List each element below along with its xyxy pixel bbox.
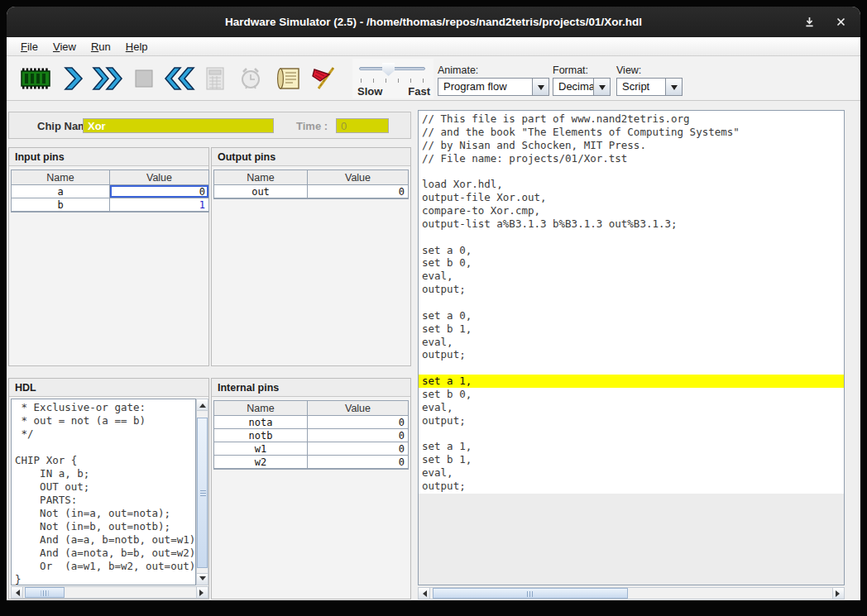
code-line <box>419 231 844 244</box>
code-line: eval, <box>419 466 844 480</box>
code-line: load Xor.hdl, <box>419 178 844 191</box>
pin-row: out0 <box>214 185 408 198</box>
scrollbar-track[interactable] <box>23 587 196 598</box>
close-icon[interactable] <box>834 16 847 29</box>
chevron-down-icon[interactable] <box>532 79 548 95</box>
view-select[interactable]: Script <box>616 78 683 96</box>
pin-value-cell[interactable]: 0 <box>308 429 408 442</box>
code-line: compare-to Xor.cmp, <box>419 204 844 217</box>
code-line: } <box>12 573 195 585</box>
format-select[interactable]: Decimal <box>553 78 611 96</box>
load-chip-button[interactable] <box>17 62 54 95</box>
slow-label: Slow <box>357 85 382 98</box>
code-line <box>419 427 844 441</box>
time-label: Time : <box>296 120 328 132</box>
pin-value-cell[interactable]: 0 <box>308 185 408 198</box>
single-step-icon <box>63 66 84 91</box>
view-group: View: Script <box>616 64 683 96</box>
output-pins-table: Name Value out0 <box>213 170 409 199</box>
code-line <box>419 361 844 375</box>
code-line: // File name: projects/01/Xor.tst <box>419 152 844 165</box>
calculator-button[interactable] <box>197 62 233 95</box>
code-line: // and the book "The Elements of Computi… <box>419 126 844 139</box>
code-line: output; <box>419 283 844 296</box>
menu-run[interactable]: Run <box>84 39 118 55</box>
format-group: Format: Decimal <box>553 64 611 96</box>
clock-icon <box>238 66 263 91</box>
script-panel: // This file is part of www.nand2tetris.… <box>418 110 845 599</box>
view-label: View: <box>616 64 683 76</box>
pin-name-cell: notb <box>214 429 308 442</box>
code-line: Not (in=b, out=notb); <box>12 520 195 533</box>
chip-name-field[interactable]: Xor <box>83 118 274 133</box>
code-line: set b 1, <box>419 322 844 336</box>
download-icon[interactable] <box>802 16 816 29</box>
name-column-header: Name <box>12 170 110 184</box>
single-step-button[interactable] <box>55 62 92 95</box>
pin-value-cell[interactable]: 0 <box>308 416 408 428</box>
code-line: output; <box>419 480 844 493</box>
stop-button[interactable] <box>126 62 162 95</box>
value-column-header: Value <box>110 170 208 184</box>
pin-name-cell: w2 <box>214 456 308 468</box>
animate-select[interactable]: Program flow <box>438 78 549 96</box>
rewind-icon <box>162 66 195 91</box>
scroll-right-icon[interactable] <box>196 587 208 598</box>
name-column-header: Name <box>214 170 308 184</box>
window-controls <box>802 7 847 37</box>
code-line: set b 1, <box>419 453 844 466</box>
script-viewport: // This file is part of www.nand2tetris.… <box>418 110 845 585</box>
scroll-right-icon[interactable] <box>832 588 844 599</box>
scroll-left-icon[interactable] <box>419 588 430 599</box>
view-value: Script <box>617 79 665 95</box>
code-line: // by Nisan and Schocken, MIT Press. <box>419 139 844 152</box>
scrollbar-track[interactable] <box>197 411 208 573</box>
pin-value-cell[interactable]: 0 <box>308 442 408 455</box>
hdl-vertical-scrollbar[interactable] <box>196 399 208 585</box>
menu-help[interactable]: Help <box>118 39 156 55</box>
chevron-down-icon[interactable] <box>593 79 610 95</box>
pin-row: a0 <box>12 185 208 198</box>
scroll-up-icon[interactable] <box>197 399 208 411</box>
code-line: OUT out; <box>12 480 195 494</box>
menu-view[interactable]: View <box>46 39 84 55</box>
output-pins-title: Output pins <box>212 148 410 166</box>
pin-name-cell: b <box>12 198 110 211</box>
pin-value-cell[interactable]: 1 <box>110 198 208 211</box>
breakpoint-button[interactable] <box>305 62 342 95</box>
table-header-row: Name Value <box>214 170 408 185</box>
format-value: Decimal <box>553 79 593 95</box>
code-line <box>419 296 844 309</box>
run-button[interactable] <box>90 62 127 95</box>
chip-header-bar: Chip Name : Xor Time : 0 <box>8 112 411 139</box>
view-script-button[interactable] <box>271 62 307 95</box>
chevron-down-icon[interactable] <box>665 79 682 95</box>
breakpoint-flag-icon <box>309 65 338 92</box>
pin-value-cell[interactable]: 0 <box>308 456 408 468</box>
pin-value-cell[interactable]: 0 <box>110 185 208 198</box>
hdl-horizontal-scrollbar[interactable] <box>11 586 208 599</box>
stop-icon <box>135 69 153 88</box>
clock-button[interactable] <box>232 62 269 95</box>
code-line: // This file is part of www.nand2tetris.… <box>419 112 844 126</box>
scroll-down-icon[interactable] <box>197 573 208 585</box>
code-line: set a 1, <box>419 440 844 453</box>
pin-name-cell: nota <box>214 416 308 428</box>
code-line: output; <box>419 348 844 361</box>
code-line: eval, <box>419 336 844 349</box>
scroll-left-icon[interactable] <box>12 587 23 598</box>
time-field: 0 <box>336 118 389 133</box>
rewind-button[interactable] <box>160 62 197 95</box>
scrollbar-thumb[interactable] <box>25 587 65 598</box>
scrollbar-thumb[interactable] <box>433 588 628 599</box>
code-line: Not (in=a, out=nota); <box>12 507 195 520</box>
menu-bar: File View Run Help <box>7 37 860 56</box>
scrollbar-thumb[interactable] <box>197 418 208 568</box>
speed-slider-thumb[interactable] <box>382 63 395 76</box>
menu-file[interactable]: File <box>13 39 46 55</box>
animate-label: Animate: <box>438 64 549 76</box>
scrollbar-track[interactable] <box>430 588 832 599</box>
script-horizontal-scrollbar[interactable] <box>418 587 845 599</box>
code-line: PARTS: <box>12 494 195 507</box>
hdl-title: HDL <box>9 379 208 397</box>
